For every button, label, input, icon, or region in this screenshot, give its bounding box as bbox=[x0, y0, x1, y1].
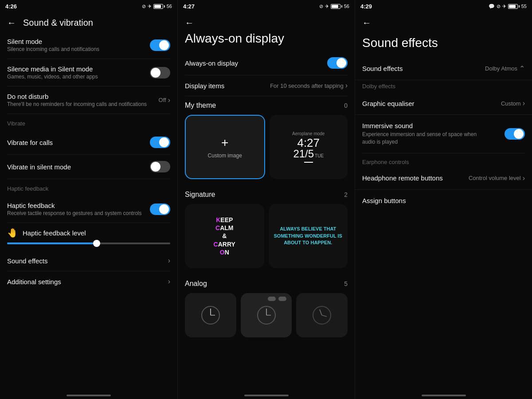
airplane-icon-3: ✈ bbox=[502, 4, 506, 9]
headphone-label: Headphone remote buttons bbox=[362, 174, 469, 182]
header-2: ← bbox=[178, 12, 355, 31]
battery-1 bbox=[153, 4, 165, 9]
svg-line-8 bbox=[322, 315, 327, 317]
setting-dnd[interactable]: Do not disturb There'll be no reminders … bbox=[7, 86, 170, 114]
haptic-level-label: Haptic feedback level bbox=[23, 229, 86, 237]
aod-toggle[interactable] bbox=[327, 57, 348, 69]
haptic-label: Haptic feedback bbox=[7, 202, 150, 209]
analog-grid bbox=[185, 289, 348, 344]
assign-buttons-row[interactable]: Assign buttons bbox=[355, 190, 532, 211]
panel-aod: 4:27 ⊘ ✈ 56 ← Always-on display Always-o… bbox=[177, 0, 355, 399]
sig-card-1[interactable]: KEEP CALM & CARRY ON bbox=[185, 204, 264, 268]
signature-count: 2 bbox=[344, 191, 348, 198]
vibrate-section-label: Vibrate bbox=[7, 114, 170, 130]
status-icons-2: ⊘ ✈ 56 bbox=[319, 4, 349, 9]
content-1: Silent mode Silence incoming calls and n… bbox=[0, 31, 177, 391]
analog-card-2[interactable] bbox=[241, 293, 292, 337]
analog-clock-icon-1 bbox=[200, 304, 222, 326]
battery-pct-3: 55 bbox=[521, 4, 527, 9]
analog-label: Analog bbox=[185, 280, 207, 288]
back-button-2[interactable]: ← bbox=[185, 18, 194, 28]
signature-grid: KEEP CALM & CARRY ON ALWAYS BELIEVE THAT… bbox=[185, 200, 348, 274]
home-indicator-2 bbox=[178, 391, 355, 399]
svg-line-7 bbox=[320, 309, 322, 315]
sound-effects-row[interactable]: Sound effects Dolby Atmos ⌃ bbox=[355, 57, 532, 80]
analog-count: 5 bbox=[344, 280, 348, 287]
setting-silence-media[interactable]: Silence media in Silent mode Games, musi… bbox=[7, 59, 170, 86]
aod-label: Always-on display bbox=[185, 59, 327, 67]
aeroplane-label: Aeroplane mode bbox=[292, 131, 325, 136]
theme-grid: + Custom image Aeroplane mode 4:27 21/5 … bbox=[185, 111, 348, 185]
immersive-sound-label: Immersive sound bbox=[362, 122, 505, 129]
sound-effects-nav-label: Sound effects bbox=[7, 257, 168, 265]
back-button-1[interactable]: ← bbox=[7, 18, 16, 28]
clock-time: 4:27 bbox=[297, 137, 320, 149]
immersive-toggle[interactable] bbox=[505, 128, 525, 140]
display-items-arrow: › bbox=[345, 82, 348, 90]
haptic-icon: 🤚 bbox=[7, 227, 18, 238]
signature-label: Signature bbox=[185, 191, 215, 199]
silent-mode-toggle[interactable] bbox=[150, 39, 170, 51]
headphone-row[interactable]: Headphone remote buttons Control volume … bbox=[355, 167, 532, 190]
earphone-section-label: Earphone controls bbox=[355, 153, 532, 167]
nav-sound-effects[interactable]: Sound effects › bbox=[7, 250, 170, 271]
header-1: ← Sound & vibration bbox=[0, 12, 177, 31]
silence-media-sub: Games, music, videos, and other apps bbox=[7, 74, 150, 80]
status-icons-3: 💬 ⊘ ✈ 55 bbox=[489, 4, 527, 9]
analog-card-3[interactable] bbox=[296, 293, 348, 337]
panel-sound-vibration: 4:26 ⊘ ✈ 56 ← Sound & vibration Silent m… bbox=[0, 0, 177, 399]
status-bar-3: 4:29 💬 ⊘ ✈ 55 bbox=[355, 0, 532, 12]
dnd-sub: There'll be no reminders for incoming ca… bbox=[7, 101, 159, 107]
back-button-3[interactable]: ← bbox=[362, 18, 371, 28]
battery-pct-2: 56 bbox=[344, 4, 349, 9]
sig-card-2[interactable]: ALWAYS BELIEVE THAT SOMETHING WONDERFUL … bbox=[269, 204, 348, 268]
sig-text-1: KEEP CALM & CARRY ON bbox=[214, 216, 235, 256]
sound-effects-value-arrow: ⌃ bbox=[519, 64, 525, 73]
nav-additional-settings[interactable]: Additional settings › bbox=[7, 271, 170, 292]
vibrate-calls-label: Vibrate for calls bbox=[7, 139, 150, 146]
dnd-label: Do not disturb bbox=[7, 93, 159, 100]
airplane-icon-1: ✈ bbox=[148, 4, 152, 9]
silence-media-label: Silence media in Silent mode bbox=[7, 65, 150, 73]
dnd-arrow: › bbox=[168, 96, 170, 104]
aod-toggle-row[interactable]: Always-on display bbox=[185, 51, 348, 75]
setting-vibrate-silent[interactable]: Vibrate in silent mode bbox=[7, 155, 170, 179]
aod-title: Always-on display bbox=[185, 31, 348, 46]
silence-media-toggle[interactable] bbox=[150, 67, 170, 78]
display-items-row[interactable]: Display items For 10 seconds after tappi… bbox=[185, 75, 348, 96]
haptic-sub: Receive tactile response to gestures and… bbox=[7, 210, 150, 216]
mute-icon-3: ⊘ bbox=[497, 4, 501, 9]
my-theme-label: My theme bbox=[185, 102, 216, 110]
haptic-slider[interactable] bbox=[7, 243, 170, 244]
silent-mode-sub: Silence incoming calls and notifications bbox=[7, 46, 150, 52]
haptic-toggle[interactable] bbox=[150, 203, 170, 215]
add-icon: + bbox=[221, 136, 228, 150]
screen-title-1: Sound & vibration bbox=[23, 18, 93, 28]
graphic-eq-value: Custom bbox=[501, 100, 521, 107]
additional-settings-arrow: › bbox=[168, 278, 170, 286]
setting-vibrate-calls[interactable]: Vibrate for calls bbox=[7, 130, 170, 155]
assign-buttons-label: Assign buttons bbox=[362, 197, 525, 204]
mute-icon-1: ⊘ bbox=[142, 4, 146, 9]
dolby-section-label: Dolby effects bbox=[355, 80, 532, 92]
sig-text-2: ALWAYS BELIEVE THAT SOMETHING WONDERFUL … bbox=[274, 226, 343, 246]
immersive-sound-row[interactable]: Immersive sound Experience immersion and… bbox=[355, 115, 532, 153]
home-indicator-1 bbox=[0, 391, 177, 399]
custom-image-card[interactable]: + Custom image bbox=[185, 115, 265, 179]
vibrate-silent-label: Vibrate in silent mode bbox=[7, 163, 150, 171]
setting-haptic[interactable]: Haptic feedback Receive tactile response… bbox=[7, 196, 170, 223]
home-indicator-3 bbox=[355, 391, 532, 399]
vibrate-silent-toggle[interactable] bbox=[150, 161, 170, 172]
graphic-eq-label: Graphic equaliser bbox=[362, 100, 501, 107]
battery-3 bbox=[508, 4, 520, 9]
display-items-label: Display items bbox=[185, 82, 270, 90]
silent-mode-label: Silent mode bbox=[7, 38, 150, 45]
clock-card[interactable]: Aeroplane mode 4:27 21/5 TUE bbox=[270, 115, 348, 179]
vibrate-calls-toggle[interactable] bbox=[150, 137, 170, 148]
setting-silent-mode[interactable]: Silent mode Silence incoming calls and n… bbox=[7, 31, 170, 59]
headphone-arrow: › bbox=[523, 174, 525, 182]
graphic-eq-row[interactable]: Graphic equaliser Custom › bbox=[355, 92, 532, 115]
analog-clock-icon-2 bbox=[255, 304, 278, 326]
custom-image-label: Custom image bbox=[208, 153, 242, 159]
analog-card-1[interactable] bbox=[185, 293, 236, 337]
